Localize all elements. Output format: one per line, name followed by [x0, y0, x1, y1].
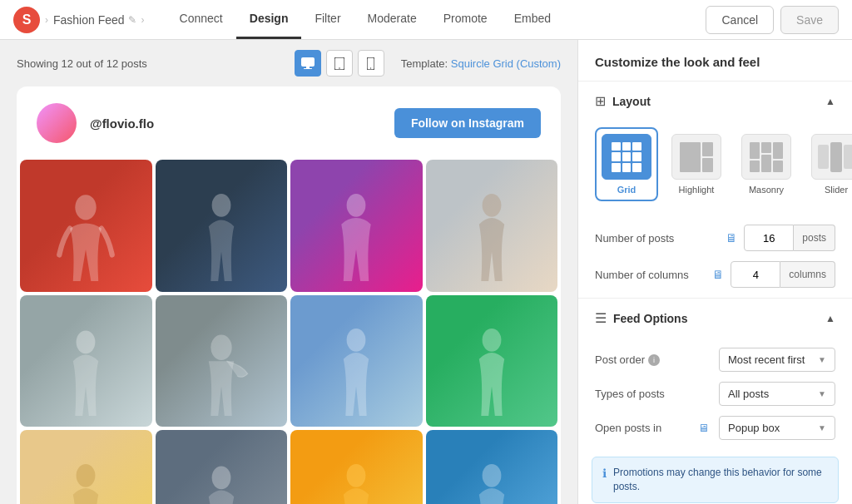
- grid-icon: [612, 142, 641, 172]
- photo-cell-2: [156, 160, 288, 292]
- desktop-view-button[interactable]: [295, 50, 321, 77]
- feed-options-title: Feed Options: [613, 312, 687, 325]
- svg-rect-2: [304, 68, 312, 69]
- figure-11: [317, 457, 396, 504]
- feed-options-body: Post order i Most recent first ▼ Types o…: [578, 338, 852, 450]
- save-button[interactable]: Save: [780, 6, 839, 34]
- tab-connect[interactable]: Connect: [166, 0, 236, 39]
- promo-info-icon: ℹ: [602, 467, 607, 480]
- open-posts-value: Popup box: [728, 422, 780, 434]
- open-posts-row: Open posts in 🖥 Popup box ▼: [595, 416, 835, 440]
- highlight-label: Highlight: [679, 185, 715, 195]
- feed-options-chevron-icon: ▲: [825, 313, 835, 324]
- figure-7: [317, 321, 396, 427]
- layout-settings: Number of posts 🖥 posts Number of column…: [578, 215, 852, 298]
- feed-options-icon: ☰: [595, 310, 607, 326]
- figure-9: [47, 457, 126, 504]
- svg-point-11: [77, 331, 96, 354]
- layout-slider[interactable]: Slider: [805, 127, 852, 201]
- open-posts-select[interactable]: Popup box ▼: [719, 416, 835, 440]
- mobile-view-button[interactable]: [358, 50, 384, 77]
- nav-actions: Cancel Save: [706, 6, 839, 34]
- feed-options-header[interactable]: ☰ Feed Options ▲: [578, 299, 852, 338]
- slider-thumb: [811, 134, 852, 180]
- posts-input[interactable]: [744, 225, 794, 251]
- svg-point-17: [347, 464, 366, 487]
- post-count: Showing 12 out of 12 posts: [17, 57, 288, 70]
- avatar: [37, 103, 77, 143]
- breadcrumb-arrow-1: ›: [45, 14, 48, 26]
- photo-cell-9: [20, 430, 152, 504]
- post-types-label: Types of posts: [595, 388, 712, 400]
- layout-icon: ⊞: [595, 93, 606, 109]
- photo-cell-8: [426, 295, 558, 427]
- post-order-info-icon: i: [648, 354, 660, 366]
- figure-5: [47, 321, 126, 427]
- figure-10: [181, 457, 260, 504]
- follow-button[interactable]: Follow on Instagram: [394, 108, 541, 138]
- app-logo: S: [13, 7, 40, 33]
- tab-design[interactable]: Design: [236, 0, 302, 39]
- columns-unit: columns: [780, 261, 835, 288]
- grid-label: Grid: [617, 185, 637, 195]
- masonry-thumb: [741, 134, 791, 180]
- feed-name: Fashion Feed: [53, 13, 125, 27]
- post-order-row: Post order i Most recent first ▼: [595, 348, 835, 372]
- layout-options: Grid Highlight: [578, 121, 852, 215]
- svg-point-16: [211, 466, 230, 489]
- slider-icon: [818, 142, 852, 172]
- template-link[interactable]: Squircle Grid (Custom): [451, 57, 561, 70]
- figure-3: [317, 186, 396, 292]
- highlight-thumb: [671, 134, 721, 180]
- layout-title: Layout: [612, 95, 651, 108]
- tablet-view-button[interactable]: [326, 50, 353, 77]
- promo-text: Promotions may change this behavior for …: [613, 466, 828, 494]
- template-label: Template: Squircle Grid (Custom): [401, 57, 561, 70]
- layout-highlight[interactable]: Highlight: [665, 127, 728, 201]
- tab-promote[interactable]: Promote: [430, 0, 501, 39]
- edit-icon[interactable]: ✎: [128, 14, 136, 26]
- columns-label: Number of columns: [595, 269, 706, 281]
- photo-cell-1: [20, 160, 152, 292]
- post-order-select[interactable]: Most recent first ▼: [719, 348, 835, 372]
- figure-4: [452, 186, 531, 292]
- highlight-icon: [680, 142, 713, 172]
- figure-2: [181, 186, 260, 292]
- layout-masonry[interactable]: Masonry: [735, 127, 798, 201]
- post-order-label: Post order i: [595, 353, 712, 366]
- figure-6: [181, 321, 260, 427]
- tablet-icon: [334, 57, 344, 70]
- cancel-button[interactable]: Cancel: [706, 6, 774, 34]
- tab-moderate[interactable]: Moderate: [354, 0, 430, 39]
- photo-cell-11: [290, 430, 423, 504]
- columns-input[interactable]: [731, 261, 780, 288]
- columns-row: Number of columns 🖥 columns: [595, 261, 835, 288]
- layout-chevron-icon: ▲: [825, 96, 835, 107]
- tab-embed[interactable]: Embed: [501, 0, 564, 39]
- masonry-icon: [750, 142, 783, 172]
- tab-filter[interactable]: Filter: [301, 0, 354, 39]
- posts-unit: posts: [794, 225, 835, 251]
- svg-point-12: [211, 335, 231, 360]
- promo-banner: ℹ Promotions may change this behavior fo…: [592, 457, 839, 503]
- svg-rect-0: [301, 57, 315, 67]
- figure-1: [47, 186, 126, 292]
- photo-cell-10: [156, 430, 288, 504]
- svg-point-15: [77, 464, 96, 487]
- post-types-chevron-icon: ▼: [818, 389, 826, 398]
- svg-point-6: [370, 67, 371, 68]
- svg-point-10: [482, 194, 501, 217]
- svg-point-18: [482, 464, 501, 487]
- svg-rect-1: [306, 67, 310, 68]
- svg-point-4: [339, 67, 340, 69]
- feed-options-title-row: ☰ Feed Options: [595, 310, 687, 326]
- posts-input-group: posts: [744, 225, 835, 251]
- mobile-icon: [367, 57, 374, 70]
- layout-grid[interactable]: Grid: [595, 127, 658, 201]
- feed-preview: @flovio.flo Follow on Instagram: [0, 86, 577, 504]
- layout-section-header[interactable]: ⊞ Layout ▲: [578, 82, 852, 121]
- post-types-select[interactable]: All posts ▼: [719, 382, 835, 406]
- layout-section: ⊞ Layout ▲ Grid: [578, 82, 852, 299]
- sub-toolbar: Showing 12 out of 12 posts: [0, 40, 577, 86]
- post-types-row: Types of posts All posts ▼: [595, 382, 835, 406]
